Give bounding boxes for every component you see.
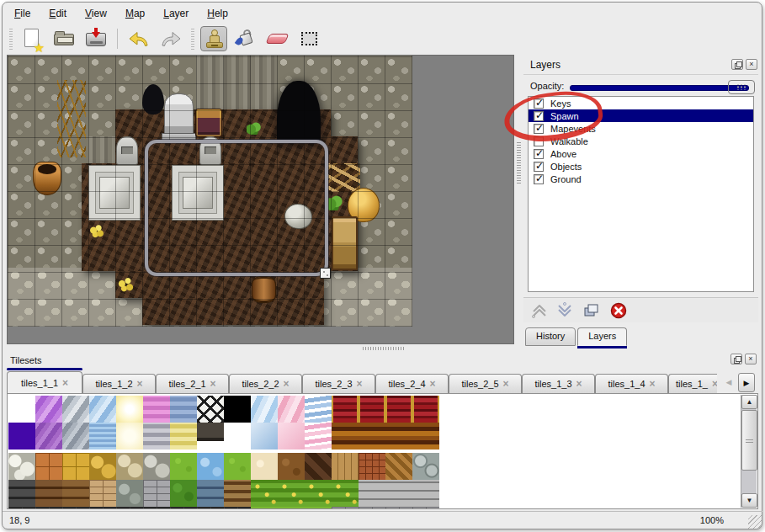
tile-grayCrystalSm[interactable] bbox=[62, 423, 89, 450]
tile-darkTile[interactable] bbox=[143, 507, 170, 509]
tile-waterSm[interactable] bbox=[89, 423, 116, 450]
tile-empty[interactable] bbox=[8, 396, 35, 423]
tile-yellowTiles[interactable] bbox=[62, 453, 89, 480]
menu-map[interactable]: Map bbox=[116, 5, 154, 22]
tile-redCarpet[interactable] bbox=[412, 396, 439, 423]
tile-brownCarpet[interactable] bbox=[332, 423, 359, 450]
tile-grayBrick[interactable] bbox=[412, 507, 439, 509]
tile-darkTile[interactable] bbox=[224, 507, 251, 509]
tile-sand[interactable] bbox=[251, 453, 278, 480]
tileset-tab-tiles_1_3[interactable]: tiles_1_3× bbox=[522, 374, 595, 393]
tile-grayLogs[interactable] bbox=[412, 453, 439, 480]
duplicate-layer-button[interactable] bbox=[582, 301, 603, 320]
tab-close-icon[interactable]: × bbox=[357, 380, 363, 388]
tile-black[interactable] bbox=[224, 396, 251, 423]
tile-grassFlowers[interactable] bbox=[305, 480, 332, 507]
close-panel-button[interactable]: × bbox=[745, 354, 757, 364]
selection-resize-handle[interactable] bbox=[320, 268, 331, 279]
raise-layer-button[interactable] bbox=[530, 301, 550, 320]
tile-grayPlanks[interactable] bbox=[359, 480, 385, 507]
layer-visibility-checkbox[interactable]: ✓ bbox=[534, 149, 544, 159]
tile-lattice[interactable] bbox=[197, 396, 224, 423]
tile-grass[interactable] bbox=[305, 507, 332, 509]
tile-blueGlass[interactable] bbox=[251, 423, 278, 450]
float-panel-button[interactable] bbox=[730, 354, 742, 364]
menu-file[interactable]: File bbox=[5, 5, 40, 22]
tile-whiteStones[interactable] bbox=[8, 453, 35, 480]
tileset-tab-tiles_2_4[interactable]: tiles_2_4× bbox=[375, 374, 449, 393]
tile-grayStones[interactable] bbox=[143, 453, 170, 480]
layer-row-ground[interactable]: ✓Ground bbox=[529, 173, 753, 185]
tabs-scroll-right-button[interactable]: ▶ bbox=[738, 373, 755, 392]
tile-grayStoneWall[interactable] bbox=[116, 480, 143, 507]
tile-redCarpet[interactable] bbox=[385, 396, 412, 423]
tile-grass[interactable] bbox=[170, 453, 197, 480]
scroll-down-button[interactable]: ▼ bbox=[741, 493, 757, 508]
new-file-button[interactable]: ★ bbox=[19, 26, 45, 51]
layer-visibility-checkbox[interactable]: ✓ bbox=[534, 174, 544, 184]
tab-close-icon[interactable]: × bbox=[430, 380, 436, 388]
tab-close-icon[interactable]: × bbox=[210, 380, 216, 388]
menu-view[interactable]: View bbox=[76, 5, 116, 22]
tile-sign[interactable] bbox=[197, 423, 224, 450]
menu-help[interactable]: Help bbox=[198, 5, 237, 22]
tile-grayPlanks[interactable] bbox=[412, 480, 439, 507]
layer-row-keys[interactable]: ✓Keys bbox=[529, 97, 753, 109]
lower-layer-button[interactable] bbox=[555, 301, 576, 320]
close-panel-button[interactable]: × bbox=[746, 59, 757, 70]
tile-brownCarpet[interactable] bbox=[385, 423, 412, 450]
tile-orangeTiles[interactable] bbox=[35, 453, 62, 480]
tile-darkTile[interactable] bbox=[35, 507, 62, 509]
tile-grass[interactable] bbox=[278, 507, 305, 509]
toolbar-grip[interactable] bbox=[189, 28, 195, 50]
tile-purpleCrystalSm[interactable] bbox=[35, 423, 62, 450]
tileset-tab-tiles_2_5[interactable]: tiles_2_5× bbox=[449, 374, 522, 393]
layer-visibility-checkbox[interactable]: ✓ bbox=[534, 162, 544, 172]
tile-grayBrick[interactable] bbox=[385, 507, 412, 509]
tile-darkTile[interactable] bbox=[116, 507, 143, 509]
fill-tool-button[interactable] bbox=[232, 26, 259, 51]
tileset-tab-tiles_1_1[interactable]: tiles_1_1× bbox=[7, 371, 82, 393]
tileset-tab-tiles_2_1[interactable]: tiles_2_1× bbox=[156, 374, 229, 393]
tile-grayPlanks[interactable] bbox=[385, 480, 412, 507]
tileset-scrollbar[interactable]: ▲ ▼ bbox=[741, 395, 757, 508]
tile-pinkStreamer[interactable] bbox=[305, 423, 332, 450]
tile-blueWall[interactable] bbox=[197, 480, 224, 507]
redo-button[interactable] bbox=[157, 26, 184, 51]
undo-button[interactable] bbox=[125, 26, 152, 51]
layer-row-spawn[interactable]: ✓Spawn bbox=[529, 109, 753, 122]
layer-visibility-checkbox[interactable] bbox=[534, 136, 544, 146]
tile-blueCrystal[interactable] bbox=[89, 396, 116, 423]
tile-grass[interactable] bbox=[251, 507, 278, 509]
tile-tanBrick[interactable] bbox=[89, 480, 116, 507]
tile-grassFlowers[interactable] bbox=[251, 480, 278, 507]
tab-close-icon[interactable]: × bbox=[650, 380, 656, 388]
eraser-tool-button[interactable] bbox=[264, 26, 291, 51]
save-file-button[interactable] bbox=[82, 26, 109, 51]
menu-layer[interactable]: Layer bbox=[154, 5, 198, 22]
tile-grass[interactable] bbox=[224, 453, 251, 480]
tile-darkTile[interactable] bbox=[8, 507, 35, 509]
tile-empty[interactable] bbox=[224, 423, 251, 450]
tile-dirt[interactable] bbox=[278, 453, 305, 480]
tile-grayStripes[interactable] bbox=[143, 423, 170, 450]
tile-darkPlanks[interactable] bbox=[305, 453, 332, 480]
scrollbar-thumb[interactable] bbox=[741, 410, 757, 471]
tile-redCarpet[interactable] bbox=[332, 396, 359, 423]
tile-redCarpet[interactable] bbox=[359, 396, 385, 423]
tab-close-icon[interactable]: × bbox=[62, 379, 68, 387]
tile-grayBrick[interactable] bbox=[359, 507, 385, 509]
tileset-tab-tiles_2_3[interactable]: tiles_2_3× bbox=[302, 374, 375, 393]
tile-dirtRows[interactable] bbox=[224, 480, 251, 507]
layer-row-objects[interactable]: ✓Objects bbox=[529, 160, 753, 173]
window-resize-grip[interactable] bbox=[748, 515, 762, 529]
tabs-scroll-left-button[interactable]: ◀ bbox=[720, 373, 737, 392]
tile-darkPurple[interactable] bbox=[8, 423, 35, 450]
tileset-tab-tiles_2_2[interactable]: tiles_2_2× bbox=[229, 374, 302, 393]
tile-pinkCrystal2[interactable] bbox=[278, 396, 305, 423]
tab-close-icon[interactable]: × bbox=[576, 380, 582, 388]
layer-row-mapevents[interactable]: ✓Mapevents bbox=[529, 122, 753, 135]
vertical-splitter[interactable] bbox=[514, 55, 523, 344]
tile-brownCarpet[interactable] bbox=[359, 423, 385, 450]
tile-brownWall[interactable] bbox=[35, 480, 62, 507]
